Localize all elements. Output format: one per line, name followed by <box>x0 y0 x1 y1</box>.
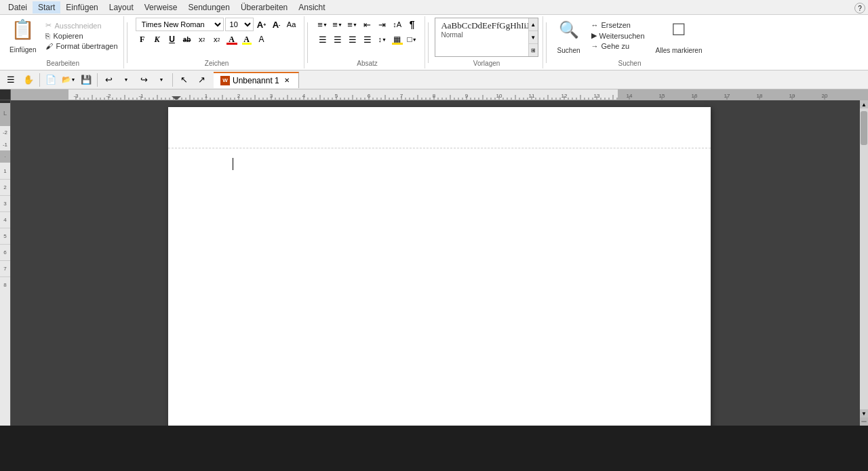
justify-button[interactable]: ☰ <box>361 33 374 46</box>
divider-3 <box>428 22 429 63</box>
ausschneiden-button[interactable]: ✂ Ausschneiden <box>43 20 120 30</box>
main-editing-area: L -2 -1 · 1 2 3 4 5 6 7 8 <box>0 100 868 426</box>
weitersuchen-button[interactable]: ▶ Weitersuchen <box>589 30 648 41</box>
font-group-label: Zeichen <box>205 58 229 67</box>
show-marks-button[interactable]: ¶ <box>406 18 419 31</box>
divider-4 <box>546 22 547 63</box>
suchen-button[interactable]: 🔍 Suchen <box>555 18 583 57</box>
decrease-indent-button[interactable]: ⇤ <box>361 18 374 31</box>
scroll-thumb[interactable] <box>861 111 867 145</box>
redo-button[interactable]: ↪ <box>136 72 152 88</box>
increase-indent-button[interactable]: ⇥ <box>376 18 389 31</box>
ribbon-group-paragraph: ≡▼ ≡▼ ≡▼ ⇤ ⇥ ↕A ¶ ☰ ☰ ☰ ☰ ↕▼ ▦ <box>311 16 425 68</box>
cursor-arrow-button[interactable]: ↖ <box>176 72 192 88</box>
alles-markieren-button[interactable]: ☐ Alles markieren <box>653 18 705 57</box>
format-uebertragen-button[interactable]: 🖌 Format übertragen <box>43 41 120 51</box>
clear-format-button[interactable]: A <box>255 33 269 46</box>
vertical-scrollbar[interactable]: ▲ ▼ <box>860 100 868 426</box>
save-button[interactable]: 💾 <box>78 72 94 88</box>
toolbar: ☰ ✋ 📄 📂▼ 💾 ↩ ▼ ↪ ▼ ↖ ↗ W Unbenannt 1 ✕ <box>0 70 868 89</box>
paste-label: Einfügen <box>9 46 36 54</box>
copy-icon: ⎘ <box>45 32 50 40</box>
document-page[interactable] <box>168 107 711 426</box>
weitersuchen-icon: ▶ <box>591 31 597 40</box>
scroll-down-button[interactable]: ▼ <box>860 409 868 417</box>
resize-handle[interactable] <box>860 417 868 426</box>
border-button[interactable]: □▼ <box>406 33 419 46</box>
page-container[interactable] <box>11 100 868 426</box>
shading-button[interactable]: ▦ <box>391 33 404 46</box>
menu-toggle-button[interactable]: ☰ <box>3 72 19 88</box>
paste-button[interactable]: 📋 Einfügen <box>5 18 40 57</box>
toolbar-separator-1 <box>39 73 40 87</box>
style-scroll-down[interactable]: ▼ <box>529 31 538 44</box>
style-scroll-panel: ▲ ▼ ⊞ <box>528 18 538 56</box>
underline-button[interactable]: U <box>165 33 179 46</box>
ersetzen-icon: ↔ <box>591 21 599 29</box>
highlight-button[interactable]: A <box>240 33 254 46</box>
menu-einfuegen[interactable]: Einfügen <box>60 1 103 14</box>
gehe-zu-button[interactable]: → Gehe zu <box>589 41 648 51</box>
doc-tab-icon: W <box>220 76 230 85</box>
undo-dropdown-button[interactable]: ▼ <box>118 72 134 88</box>
redo-dropdown-button[interactable]: ▼ <box>153 72 170 88</box>
pointer-button[interactable]: ✋ <box>20 72 37 88</box>
scroll-up-button[interactable]: ▲ <box>860 100 868 108</box>
italic-button[interactable]: K <box>151 33 164 46</box>
new-doc-button[interactable]: 📄 <box>43 72 59 88</box>
subscript-button[interactable]: x2 <box>195 33 209 46</box>
doc-tab-close-button[interactable]: ✕ <box>282 76 292 85</box>
para-row-2: ☰ ☰ ☰ ☰ ↕▼ ▦ □▼ <box>316 33 419 46</box>
align-left-button[interactable]: ☰ <box>316 33 330 46</box>
search-group-label: Suchen <box>618 58 642 67</box>
style-scroll-up[interactable]: ▲ <box>529 18 538 31</box>
menu-start[interactable]: Start <box>33 1 60 14</box>
bold-button[interactable]: F <box>136 33 149 46</box>
kopieren-button[interactable]: ⎘ Kopieren <box>43 31 120 41</box>
menu-ansicht[interactable]: Ansicht <box>293 1 330 14</box>
bullets-button[interactable]: ≡▼ <box>316 18 330 31</box>
horizontal-ruler-row: /* ticks rendered below */ <box>0 89 868 100</box>
styles-gallery[interactable]: AaBbCcDdEeFfGgHhIiJj Normal ▲ ▼ ⊞ <box>435 18 538 57</box>
line-spacing-button[interactable]: ↕▼ <box>376 33 389 46</box>
open-button[interactable]: 📂▼ <box>60 72 77 88</box>
font-row-2: F K U ab x2 x2 A A A <box>136 33 269 46</box>
search-small-buttons: ↔ Ersetzen ▶ Weitersuchen → Gehe zu <box>589 18 648 51</box>
ersetzen-button[interactable]: ↔ Ersetzen <box>589 20 648 30</box>
cursor-tool-button[interactable]: ↗ <box>193 72 210 88</box>
format-paint-icon: 🖌 <box>45 42 53 50</box>
style-name-label: Normal <box>441 31 532 39</box>
menu-verweise[interactable]: Verweise <box>139 1 183 14</box>
font-name-selector[interactable]: Times New Roman <box>136 18 224 31</box>
styles-group-label: Vorlagen <box>473 58 500 67</box>
align-center-button[interactable]: ☰ <box>331 33 344 46</box>
text-cursor <box>233 158 233 172</box>
search-icon: 🔍 <box>559 20 579 39</box>
style-scroll-expand[interactable]: ⊞ <box>529 44 538 56</box>
multilevel-button[interactable]: ≡▼ <box>346 18 359 31</box>
menu-layout[interactable]: Layout <box>104 1 139 14</box>
undo-button[interactable]: ↩ <box>100 72 117 88</box>
paste-icon: 📋 <box>11 20 35 39</box>
strikethrough-button[interactable]: ab <box>180 33 194 46</box>
sort-button[interactable]: ↕A <box>391 18 404 31</box>
menu-datei[interactable]: Datei <box>3 1 33 14</box>
document-tab[interactable]: W Unbenannt 1 ✕ <box>214 72 299 88</box>
align-right-button[interactable]: ☰ <box>346 33 359 46</box>
grow-font-button[interactable]: A+ <box>255 18 269 31</box>
change-case-button[interactable]: Aa <box>285 18 298 31</box>
help-button[interactable]: ? <box>854 3 865 14</box>
font-color-button[interactable]: A <box>225 33 239 46</box>
alles-markieren-icon: ☐ <box>671 20 686 39</box>
font-size-selector[interactable]: 10 <box>225 18 254 31</box>
shrink-font-button[interactable]: A- <box>270 18 283 31</box>
clipboard-group-label: Bearbeiten <box>47 58 79 67</box>
superscript-button[interactable]: x2 <box>210 33 224 46</box>
para-row-1: ≡▼ ≡▼ ≡▼ ⇤ ⇥ ↕A ¶ <box>316 18 419 31</box>
menu-sendungen[interactable]: Sendungen <box>182 1 235 14</box>
numbering-button[interactable]: ≡▼ <box>331 18 344 31</box>
cursor-blink <box>233 158 233 170</box>
ribbon: 📋 Einfügen ✂ Ausschneiden ⎘ Kopieren 🖌 <box>0 15 868 70</box>
menu-ueberarbeiten[interactable]: Überarbeiten <box>235 1 293 14</box>
style-preview-text: AaBbCcDdEeFfGgHhIiJj <box>441 20 532 31</box>
